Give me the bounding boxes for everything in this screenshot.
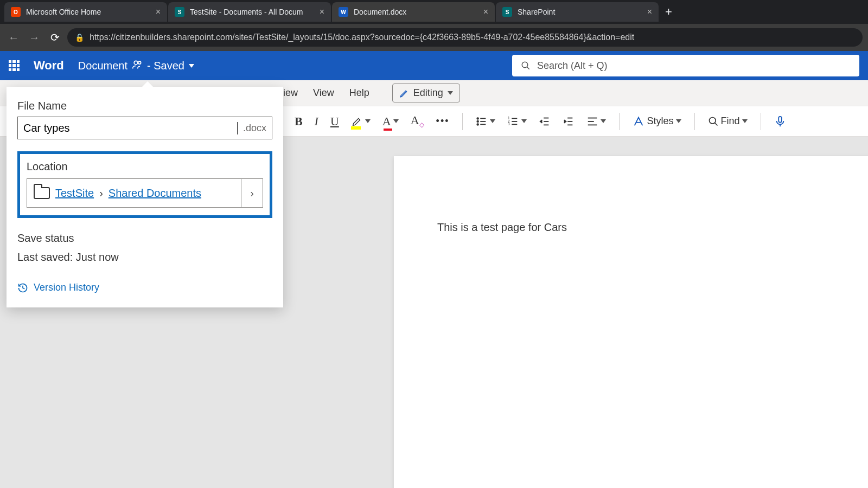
document-body-text: This is a test page for Cars xyxy=(437,221,567,233)
location-section-highlighted: Location TestSite › Shared Documents › xyxy=(17,151,272,218)
editing-mode-dropdown[interactable]: Editing xyxy=(392,84,460,102)
svg-point-6 xyxy=(477,120,479,122)
font-color-a-icon: A xyxy=(382,114,391,129)
folder-icon xyxy=(34,187,50,199)
numbering-icon: 123 xyxy=(507,115,519,127)
version-history-label: Version History xyxy=(34,282,99,293)
decrease-indent-button[interactable] xyxy=(538,114,552,129)
location-site-link[interactable]: TestSite xyxy=(55,187,94,200)
svg-rect-28 xyxy=(778,116,782,122)
chevron-down-icon xyxy=(189,64,194,68)
file-name-row: .docx xyxy=(17,117,272,139)
italic-button[interactable]: I xyxy=(314,113,320,130)
increase-indent-button[interactable] xyxy=(561,114,576,129)
location-expand-button[interactable]: › xyxy=(241,179,263,207)
font-color-button[interactable]: A xyxy=(381,113,400,130)
chevron-down-icon xyxy=(490,119,495,123)
browser-url-bar-row: ← → ⟳ 🔒 https://citizenbuilders.sharepoi… xyxy=(0,24,868,51)
browser-tab[interactable]: S TestSite - Documents - All Docum × xyxy=(168,2,331,22)
tab-title: TestSite - Documents - All Docum xyxy=(190,8,314,16)
chevron-down-icon xyxy=(521,119,527,123)
location-library-link[interactable]: Shared Documents xyxy=(108,187,201,200)
reload-button[interactable]: ⟳ xyxy=(47,29,63,46)
svg-point-0 xyxy=(134,61,138,65)
toolbar-separator xyxy=(694,113,695,130)
browser-tab-strip: O Microsoft Office Home × S TestSite - D… xyxy=(0,0,868,24)
office-favicon: O xyxy=(11,7,21,17)
word-favicon: W xyxy=(339,7,348,17)
new-tab-button[interactable]: + xyxy=(660,5,678,19)
svg-point-26 xyxy=(709,117,716,124)
styles-label: Styles xyxy=(647,115,673,127)
font-color-bar xyxy=(384,129,392,131)
chevron-down-icon xyxy=(676,119,681,123)
chevron-down-icon xyxy=(393,119,399,123)
search-box[interactable]: Search (Alt + Q) xyxy=(512,55,859,76)
editing-label: Editing xyxy=(413,87,443,99)
highlight-color-button[interactable] xyxy=(350,114,372,129)
svg-line-27 xyxy=(714,123,717,125)
sharepoint-favicon: S xyxy=(502,7,512,17)
document-title-dropdown[interactable]: Document - Saved xyxy=(78,59,194,72)
chevron-down-icon xyxy=(365,119,371,123)
find-label: Find xyxy=(721,115,740,127)
browser-tab-active[interactable]: W Document.docx × xyxy=(332,2,495,22)
ribbon-tab-view[interactable]: View xyxy=(313,87,334,99)
version-history-link[interactable]: Version History xyxy=(17,282,272,293)
close-tab-icon[interactable]: × xyxy=(156,7,161,17)
document-page[interactable]: This is a test page for Cars xyxy=(394,156,868,488)
url-text: https://citizenbuilders.sharepoint.com/s… xyxy=(90,33,634,42)
find-button[interactable]: Find xyxy=(707,114,749,128)
styles-button[interactable]: Styles xyxy=(631,114,682,129)
toolbar-separator xyxy=(761,113,761,130)
tab-title: Microsoft Office Home xyxy=(26,8,150,16)
dictate-button[interactable] xyxy=(773,114,787,129)
doc-save-status: - Saved xyxy=(147,60,184,72)
svg-point-8 xyxy=(477,124,479,125)
app-launcher-icon[interactable] xyxy=(9,60,20,71)
toolbar-separator xyxy=(462,113,463,130)
ribbon-tab-help[interactable]: Help xyxy=(349,87,369,99)
bullets-button[interactable] xyxy=(475,114,496,129)
shared-icon xyxy=(132,59,143,72)
back-button[interactable]: ← xyxy=(5,29,22,46)
sharepoint-favicon: S xyxy=(175,7,184,17)
app-name-label[interactable]: Word xyxy=(34,59,64,73)
location-label: Location xyxy=(27,160,263,173)
svg-point-4 xyxy=(477,118,479,119)
file-extension-label: .docx xyxy=(238,123,272,134)
indent-icon xyxy=(563,115,575,127)
align-button[interactable] xyxy=(585,114,607,129)
browser-tab[interactable]: O Microsoft Office Home × xyxy=(4,2,167,22)
search-icon xyxy=(708,116,719,127)
svg-point-2 xyxy=(522,62,528,68)
search-icon xyxy=(521,61,531,70)
history-icon xyxy=(17,282,28,293)
more-formatting-button[interactable]: ••• xyxy=(435,114,451,128)
chevron-down-icon xyxy=(601,119,606,123)
close-tab-icon[interactable]: × xyxy=(647,7,652,17)
address-bar[interactable]: 🔒 https://citizenbuilders.sharepoint.com… xyxy=(67,28,863,47)
save-status-label: Save status xyxy=(17,232,272,245)
highlight-bar xyxy=(351,126,361,130)
close-tab-icon[interactable]: × xyxy=(483,7,488,17)
breadcrumb-separator-icon: › xyxy=(99,187,103,200)
svg-text:3: 3 xyxy=(508,122,510,126)
location-path: TestSite › Shared Documents xyxy=(27,179,241,207)
file-info-dropdown: File Name .docx Location TestSite › Shar… xyxy=(7,87,283,307)
file-name-input[interactable] xyxy=(18,122,238,134)
outdent-icon xyxy=(539,115,551,127)
bold-button[interactable]: B xyxy=(293,113,304,130)
styles-icon xyxy=(633,115,644,127)
search-placeholder: Search (Alt + Q) xyxy=(537,60,608,72)
clear-formatting-button[interactable]: A◇ xyxy=(410,112,425,130)
numbering-button[interactable]: 123 xyxy=(506,114,528,129)
forward-button[interactable]: → xyxy=(26,29,42,46)
underline-button[interactable]: U xyxy=(329,113,340,130)
last-saved-text: Last saved: Just now xyxy=(17,251,272,264)
chevron-down-icon xyxy=(742,119,748,123)
browser-tab[interactable]: S SharePoint × xyxy=(496,2,659,22)
tab-title: Document.docx xyxy=(354,8,478,16)
close-tab-icon[interactable]: × xyxy=(320,7,324,17)
location-picker: TestSite › Shared Documents › xyxy=(27,178,263,208)
